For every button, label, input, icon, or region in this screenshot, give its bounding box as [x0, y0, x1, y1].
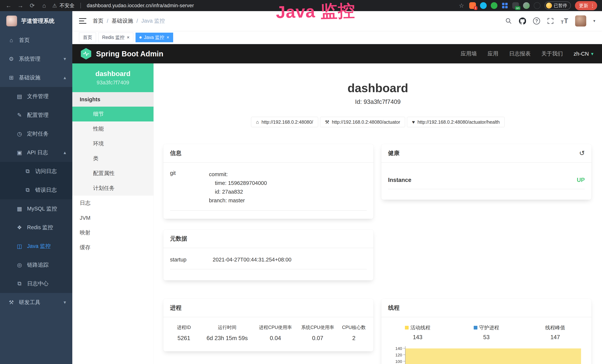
- sba-sidebar: dashboard 93a3fc7f7409 Insights 细节 性能 环境…: [72, 64, 154, 364]
- address-bar[interactable]: dashboard.yudao.iocoder.cn/infra/admin-s…: [87, 3, 194, 9]
- service-url-chip[interactable]: ⌂ http://192.168.0.2:48080/: [251, 117, 318, 127]
- extension-icon-orange[interactable]: 1: [469, 2, 476, 9]
- process-card-header: 进程: [163, 299, 373, 317]
- tab-home[interactable]: 首页: [79, 33, 96, 42]
- sidebar-item-label: 首页: [19, 37, 30, 44]
- sba-item-caches[interactable]: 缓存: [72, 240, 153, 255]
- sba-item-metrics[interactable]: 性能: [72, 121, 153, 136]
- info-card-header: 信息: [163, 144, 373, 163]
- sba-instance-block[interactable]: dashboard 93a3fc7f7409: [72, 64, 153, 92]
- search-icon[interactable]: [505, 18, 512, 24]
- sidebar-item-infra[interactable]: ⊞ 基础设施 ▴: [0, 68, 72, 87]
- extension-icon-leaf[interactable]: [523, 2, 530, 9]
- extension-icon-dark-on[interactable]: on: [512, 2, 519, 9]
- legend-swatch-blue: [474, 326, 477, 330]
- sba-item-classes[interactable]: 类: [72, 151, 153, 166]
- health-card-header: 健康 ↺: [381, 144, 591, 163]
- sba-item-scheduled-tasks[interactable]: 计划任务: [72, 181, 153, 196]
- font-size-large-t: T: [564, 17, 568, 25]
- site-security[interactable]: ⚠ 不安全: [52, 2, 75, 9]
- sidebar-item-system[interactable]: ⚙ 系统管理 ▾: [0, 50, 72, 68]
- font-size-icon[interactable]: TT: [561, 17, 568, 25]
- fullscreen-icon[interactable]: [547, 18, 554, 24]
- back-icon[interactable]: ←: [5, 2, 12, 9]
- legend-daemon-threads: 守护进程 53: [452, 324, 521, 341]
- tab-java-monitor[interactable]: Java 监控 ×: [136, 33, 173, 42]
- sba-item-details[interactable]: 细节: [72, 107, 153, 121]
- extension-icon-grid[interactable]: [502, 2, 508, 9]
- chevron-down-icon: ▾: [64, 300, 66, 305]
- forward-icon[interactable]: →: [17, 2, 24, 9]
- health-url-chip[interactable]: ♥ http://192.168.0.2:48080/actuator/heal…: [407, 117, 505, 127]
- health-status-badge: UP: [577, 177, 585, 183]
- sba-item-mappings[interactable]: 映射: [72, 225, 153, 240]
- close-icon[interactable]: ×: [166, 35, 169, 40]
- sba-item-logs[interactable]: 日志: [72, 196, 153, 211]
- github-icon[interactable]: [519, 17, 526, 24]
- chevron-down-icon: ▾: [64, 56, 66, 62]
- sba-nav-journal[interactable]: 日志报表: [509, 50, 531, 57]
- sba-nav-wallboard[interactable]: 应用墙: [461, 50, 477, 57]
- health-card: 健康 ↺ Instance UP: [381, 144, 591, 200]
- metadata-card: 元数据 startup 2021-04-27T00:44:31.254+08:0…: [163, 230, 373, 280]
- sidebar-item-java[interactable]: ◫ Java 监控: [0, 237, 72, 256]
- profile-paused-chip[interactable]: 已暂停: [545, 1, 571, 10]
- bookmark-star-icon[interactable]: ☆: [458, 2, 465, 9]
- browser-toolbar: ← → ⟳ ⌂ ⚠ 不安全 dashboard.yudao.iocoder.cn…: [0, 0, 602, 11]
- user-avatar[interactable]: [575, 15, 586, 27]
- sba-item-config-props[interactable]: 配置属性: [72, 166, 153, 181]
- threads-area-series: [406, 348, 581, 364]
- info-value-lines: commit: time: 1596289704000 id: 27aa832 …: [209, 170, 267, 205]
- extension-icon-drop[interactable]: [480, 2, 487, 9]
- close-icon[interactable]: ×: [127, 35, 129, 40]
- sidebar-item-trace[interactable]: ◎ 链路追踪: [0, 256, 72, 274]
- extension-icon-black[interactable]: [534, 2, 540, 9]
- breadcrumb-current: Java 监控: [141, 17, 165, 25]
- info-card-title: 信息: [170, 149, 182, 157]
- sidebar-item-api-log[interactable]: ▣ API 日志 ▴: [0, 143, 72, 162]
- browser-home-icon[interactable]: ⌂: [40, 2, 48, 9]
- instance-id: 93a3fc7f7409: [97, 80, 129, 86]
- actuator-url-chip[interactable]: ⚒ http://192.168.0.2:48080/actuator: [320, 117, 405, 127]
- sba-item-jvm[interactable]: JVM: [72, 211, 153, 225]
- sidebar-item-redis[interactable]: ❖ Redis 监控: [0, 218, 72, 237]
- legend-live-threads: 活动线程 143: [383, 324, 452, 341]
- history-icon[interactable]: ↺: [579, 149, 585, 157]
- sba-brand-title[interactable]: Spring Boot Admin: [96, 50, 163, 58]
- sba-nav-applications[interactable]: 应用: [488, 50, 498, 57]
- sidebar-item-config[interactable]: ✎ 配置管理: [0, 106, 72, 124]
- help-icon[interactable]: ?: [533, 17, 540, 24]
- sba-item-environment[interactable]: 环境: [72, 136, 153, 151]
- sidebar-item-home[interactable]: ⌂ 首页: [0, 31, 72, 50]
- breadcrumb-home[interactable]: 首页: [93, 17, 103, 25]
- topbar-actions: ? TT ▾: [505, 15, 595, 27]
- hamburger-icon[interactable]: [79, 18, 86, 24]
- app-logo-row[interactable]: 芋道管理系统: [0, 11, 72, 31]
- extension-icon-green[interactable]: [491, 2, 497, 9]
- column-value: 5261: [168, 335, 200, 342]
- sidebar-item-file[interactable]: ▤ 文件管理: [0, 87, 72, 106]
- ytick-label: 100: [393, 359, 405, 364]
- health-instance-row[interactable]: Instance UP: [388, 163, 585, 189]
- avatar-caret-icon[interactable]: ▾: [593, 19, 595, 23]
- sba-nav-about[interactable]: 关于我们: [541, 50, 563, 57]
- sidebar-item-job[interactable]: ◷ 定时任务: [0, 124, 72, 143]
- threads-chart: 140 120 100: [381, 346, 591, 364]
- breadcrumb: 首页 / 基础设施 / Java 监控: [93, 17, 165, 25]
- sidebar-item-access-log[interactable]: ⧉ 访问日志: [0, 162, 72, 181]
- tab-redis-monitor[interactable]: Redis 监控 ×: [98, 33, 133, 42]
- chrome-update-button[interactable]: 更新 ⋮: [575, 1, 597, 10]
- sba-logo-icon[interactable]: [81, 48, 91, 60]
- sidebar-item-error-log[interactable]: ⧉ 错误日志: [0, 181, 72, 199]
- legend-label: 守护进程: [479, 324, 499, 331]
- sba-locale-select[interactable]: zh-CN ▾: [574, 51, 593, 57]
- sidebar-item-log-center[interactable]: ⧉ 日志中心: [0, 274, 72, 293]
- clock-icon: ◷: [16, 130, 23, 137]
- reload-icon[interactable]: ⟳: [29, 2, 36, 9]
- sidebar-item-devtool[interactable]: ⚒ 研发工具 ▾: [0, 293, 72, 312]
- sidebar-item-mysql[interactable]: ▦ MySQL 监控: [0, 199, 72, 218]
- legend-peak-threads: 线程峰值 147: [521, 324, 590, 341]
- health-instance-label: Instance: [388, 177, 411, 183]
- database-icon: ▦: [16, 205, 23, 212]
- breadcrumb-infra[interactable]: 基础设施: [112, 17, 133, 25]
